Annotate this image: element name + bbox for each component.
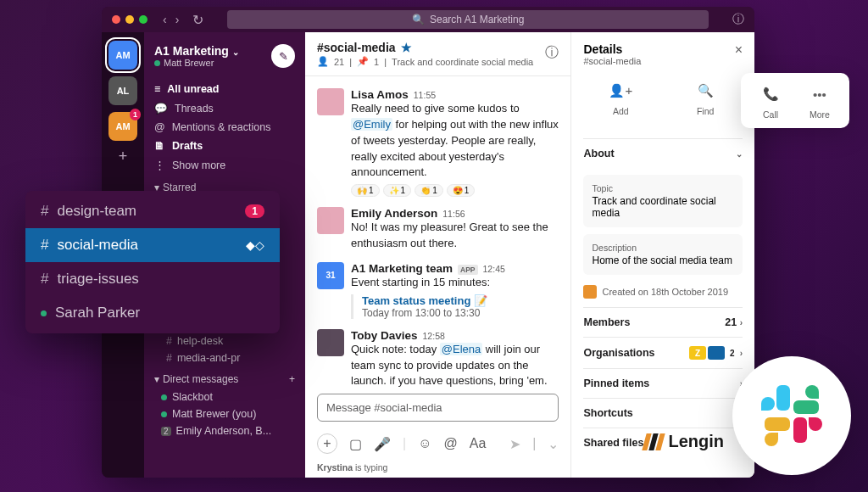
reaction[interactable]: ✨1 [383, 184, 412, 197]
section-dms[interactable]: ▾ Direct messages+ [144, 366, 305, 389]
pin-icon: 📌 [357, 56, 369, 67]
info-icon[interactable]: ⓘ [545, 44, 559, 62]
action-call[interactable]: 📞Call [746, 81, 795, 120]
switcher-item[interactable]: #social-media ◆◇ [25, 228, 280, 262]
avatar[interactable] [317, 329, 344, 356]
search-icon: 🔍 [412, 14, 425, 25]
more-icon: ⋮ [154, 159, 165, 171]
unread-badge: 1 [130, 109, 141, 120]
shared-channel-icon: ◆◇ [246, 238, 264, 252]
nav-all-unread[interactable]: ≡All unread [144, 80, 305, 98]
message[interactable]: 31 A1 Marketing teamAPP12:45 Event start… [317, 257, 559, 324]
event-link[interactable]: Team status meeting 📝 [362, 294, 559, 307]
workspace-a1[interactable]: AM [108, 41, 137, 70]
attach-icon[interactable]: + [317, 433, 337, 454]
close-dot[interactable] [112, 15, 120, 24]
action-find[interactable]: 🔍Find [693, 78, 718, 116]
channel-name[interactable]: #social-media [317, 41, 396, 54]
history-icon[interactable]: ↻ [192, 12, 203, 28]
phone-icon: 📞 [758, 81, 783, 107]
message-composer[interactable]: Message #social-media [317, 394, 559, 422]
switcher-item[interactable]: Sarah Parker [25, 296, 280, 330]
reaction[interactable]: 😍1 [447, 184, 476, 197]
details-title: Details [583, 42, 641, 56]
slack-logo [732, 356, 851, 475]
avatar[interactable] [317, 207, 344, 234]
dm-item[interactable]: 2Emily Anderson, B... [144, 422, 305, 439]
creator-avatar [583, 285, 597, 299]
app-badge: APP [458, 265, 477, 275]
help-icon[interactable]: ⓘ [732, 12, 744, 27]
calendar-icon[interactable]: 31 [317, 262, 344, 289]
mention[interactable]: @Emily [351, 118, 392, 131]
workspace-al[interactable]: AL [108, 76, 137, 105]
message[interactable]: Emily Anderson11:56 No! It was my pleasu… [317, 202, 559, 257]
author[interactable]: Emily Anderson [351, 207, 437, 220]
author[interactable]: A1 Marketing team [351, 262, 453, 275]
send-icon[interactable]: ➤ [509, 436, 520, 452]
about-section[interactable]: About⌄ [583, 138, 743, 168]
nav-mentions[interactable]: @Mentions & reactions [144, 118, 305, 137]
format-icon[interactable]: Aa [470, 436, 487, 451]
people-icon: 👤 [317, 56, 329, 67]
avatar[interactable] [317, 88, 344, 115]
switcher-item[interactable]: #triage-issues [25, 262, 280, 296]
shortcuts-section[interactable]: Shortcuts› [583, 398, 743, 428]
search-input[interactable]: 🔍 Search A1 Marketing [227, 10, 709, 29]
typing-indicator: Krystina is typing [305, 462, 570, 478]
nav-threads[interactable]: 💬Threads [144, 98, 305, 118]
presence-icon [154, 60, 160, 66]
presence-icon [41, 310, 47, 316]
channel-topic: Track and coordinate social media [392, 57, 533, 67]
minimize-dot[interactable] [125, 15, 134, 24]
pinned-section[interactable]: Pinned items› [583, 368, 743, 398]
back-icon[interactable]: ‹ [163, 13, 167, 26]
video-icon[interactable]: ▢ [349, 436, 362, 452]
composer-toolbar: + ▢ 🎤 | ☺ @ Aa ➤ | ⌄ [305, 428, 570, 462]
window-controls[interactable] [112, 15, 147, 24]
author[interactable]: Lisa Amos [351, 88, 409, 101]
workspace-am2[interactable]: AM1 [108, 112, 137, 141]
chevron-down-icon[interactable]: ⌄ [548, 436, 559, 452]
channel-item[interactable]: media-and-pr [144, 349, 305, 366]
dm-item[interactable]: Slackbot [144, 389, 305, 405]
details-pane: Details #social-media × 👤+Add 🔍Find Abou… [571, 32, 754, 478]
message-list: Lisa Amos11:55 Really need to give some … [305, 76, 570, 387]
maximize-dot[interactable] [139, 15, 147, 24]
forward-icon[interactable]: › [175, 13, 180, 26]
quick-switcher: #design-team 1 #social-media ◆◇ #triage-… [25, 191, 280, 333]
emoji-icon[interactable]: ☺ [418, 436, 431, 451]
at-icon[interactable]: @ [444, 436, 458, 451]
switcher-item[interactable]: #design-team 1 [25, 194, 280, 228]
lengin-logo: Lengin [644, 432, 724, 451]
list-icon: ≡ [154, 83, 160, 95]
mention[interactable]: @Elena [440, 343, 482, 355]
about-description[interactable]: Description Home of the social media tea… [583, 234, 743, 275]
compose-button[interactable]: ✎ [271, 44, 295, 68]
user-status[interactable]: Matt Brewer [154, 58, 239, 68]
about-topic[interactable]: Topic Track and coordinate social media [583, 175, 743, 227]
channel-view: #social-media★ 👤21 | 📌1 | Track and coor… [305, 32, 571, 478]
action-more[interactable]: •••More [795, 81, 844, 120]
action-card: 📞Call •••More [741, 73, 849, 128]
close-icon[interactable]: × [735, 42, 743, 58]
dm-item[interactable]: Matt Brewer (you) [144, 405, 305, 422]
channel-item[interactable]: help-desk [144, 333, 305, 349]
reaction[interactable]: 👏1 [415, 184, 443, 197]
more-icon: ••• [807, 81, 832, 107]
nav-more[interactable]: ⋮Show more [144, 155, 305, 175]
workspace-name[interactable]: A1 Marketing ⌄ [154, 44, 239, 58]
members-section[interactable]: Members21 › [583, 307, 743, 337]
nav-drafts[interactable]: 🗎Drafts [144, 137, 305, 155]
at-icon: @ [154, 121, 165, 133]
action-add[interactable]: 👤+Add [608, 78, 633, 116]
mic-icon[interactable]: 🎤 [374, 436, 391, 452]
orgs-section[interactable]: Organisations Z2› [583, 337, 743, 368]
find-icon: 🔍 [693, 78, 718, 103]
author[interactable]: Toby Davies [351, 329, 418, 342]
star-icon[interactable]: ★ [401, 41, 412, 54]
reaction[interactable]: 🙌1 [351, 184, 380, 197]
message[interactable]: Toby Davies12:58 Quick note: today @Elen… [317, 324, 559, 387]
message[interactable]: Lisa Amos11:55 Really need to give some … [317, 83, 559, 202]
add-workspace-icon[interactable]: + [119, 148, 128, 165]
